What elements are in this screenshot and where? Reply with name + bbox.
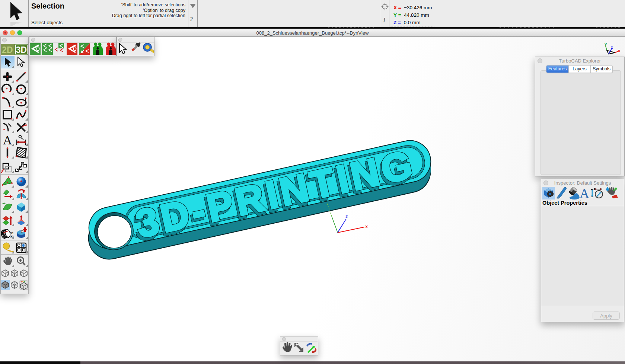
svg-text:x: x: [618, 48, 621, 53]
svg-text:x: x: [365, 224, 368, 229]
svg-text:z: z: [345, 214, 348, 219]
svg-text:G1: G1: [10, 232, 14, 235]
svg-text:A: A: [3, 133, 12, 147]
svg-text:A: A: [580, 186, 589, 200]
svg-text:y: y: [605, 42, 607, 46]
svg-text:z: z: [611, 45, 613, 50]
